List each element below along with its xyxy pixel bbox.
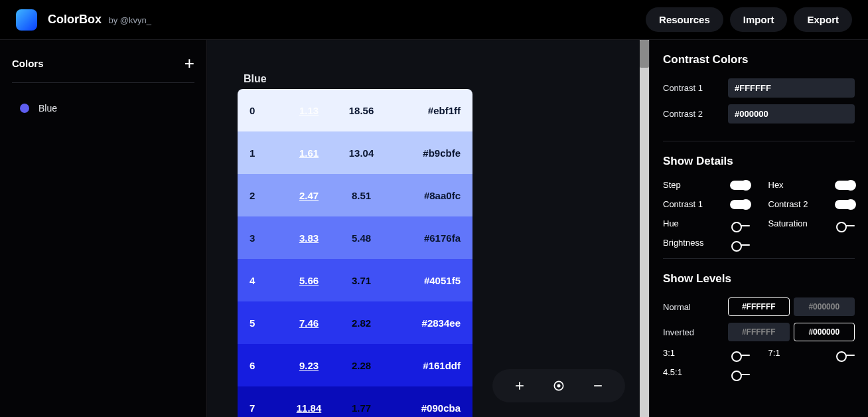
hex-value: #090cba — [388, 402, 461, 414]
import-button[interactable]: Import — [730, 7, 788, 32]
add-color-button[interactable]: + — [184, 54, 194, 72]
contrast-1-label: Contrast 1 — [663, 83, 720, 93]
palette-row[interactable]: 11.6113.04#b9cbfe — [238, 131, 472, 174]
hex-value: #161ddf — [388, 360, 461, 371]
sidebar-item-blue[interactable]: Blue — [12, 99, 194, 118]
palette-row[interactable]: 22.478.51#8aa0fc — [238, 174, 472, 216]
step-value: 5 — [250, 317, 283, 329]
step-value: 2 — [250, 190, 283, 201]
normal-black-button[interactable]: #000000 — [794, 297, 855, 316]
hex-value: #ebf1ff — [388, 105, 461, 116]
contrast2-value: 3.71 — [335, 275, 388, 286]
app-header: ColorBox by @kvyn_ Resources Import Expo… — [0, 0, 868, 40]
color-list: Blue — [12, 99, 194, 118]
contrast-1-input[interactable] — [728, 78, 855, 98]
colors-header: Colors + — [12, 54, 194, 83]
toggle-hue[interactable] — [733, 225, 750, 226]
normal-white-button[interactable]: #FFFFFF — [728, 297, 790, 316]
toggle-ratio[interactable] — [733, 374, 750, 375]
toggle-label: Contrast 2 — [768, 199, 808, 209]
svg-point-3 — [557, 384, 559, 386]
hex-value: #b9cbfe — [388, 147, 461, 159]
step-value: 7 — [250, 402, 283, 414]
scrollbar[interactable] — [640, 40, 649, 417]
palette-row[interactable]: 33.835.48#6176fa — [238, 216, 472, 259]
zoom-out-button[interactable] — [588, 376, 608, 396]
main-canvas[interactable]: Blue 01.1318.56#ebf1ff11.6113.04#b9cbfe2… — [207, 40, 649, 417]
brand-text: ColorBox by @kvyn_ — [48, 13, 151, 27]
inverted-black-button[interactable]: #000000 — [794, 323, 855, 341]
zoom-in-button[interactable] — [510, 376, 530, 396]
inverted-label: Inverted — [663, 327, 720, 337]
toggle-row: Hue — [663, 218, 750, 228]
toggle-label: Brightness — [663, 238, 703, 248]
toggle-contrast-2[interactable] — [835, 200, 855, 209]
toggle-row: Hex — [768, 180, 855, 190]
contrast2-value: 2.28 — [335, 360, 388, 371]
toggle-label: Hue — [663, 218, 679, 228]
contrast2-value: 5.48 — [335, 232, 388, 244]
sidebar-left: Colors + Blue — [0, 40, 207, 417]
palette-row[interactable]: 57.462.82#2834ee — [238, 301, 472, 344]
colors-title: Colors — [12, 58, 44, 69]
hex-value: #8aa0fc — [388, 190, 461, 201]
contrast1-value: 2.47 — [283, 190, 335, 201]
step-value: 6 — [250, 360, 283, 371]
contrast1-value: 11.84 — [283, 402, 335, 414]
toggle-row: Step — [663, 180, 750, 190]
toggle-step[interactable] — [730, 181, 750, 190]
export-button[interactable]: Export — [794, 7, 852, 32]
toggle-label: Contrast 1 — [663, 199, 703, 209]
step-value: 1 — [250, 147, 283, 159]
toggle-grid: StepHexContrast 1Contrast 2HueSaturation… — [663, 180, 855, 248]
toggle-row: Brightness — [663, 238, 750, 248]
toggle-contrast-1[interactable] — [730, 200, 750, 209]
toggle-row: Contrast 1 — [663, 199, 750, 209]
contrast1-value: 5.66 — [283, 275, 335, 286]
contrast-2-input[interactable] — [728, 104, 855, 124]
contrast2-value: 8.51 — [335, 190, 388, 201]
toggle-label: Step — [663, 180, 681, 190]
toggle-row: Saturation — [768, 218, 855, 228]
palette-row[interactable]: 45.663.71#4051f5 — [238, 259, 472, 301]
hex-value: #6176fa — [388, 232, 461, 244]
details-heading: Show Details — [663, 155, 855, 168]
panel-right: Contrast Colors Contrast 1 Contrast 2 Sh… — [649, 40, 868, 417]
toggle-ratio[interactable] — [837, 355, 855, 356]
contrast1-value: 7.46 — [283, 317, 335, 329]
toggle-hex[interactable] — [835, 181, 855, 190]
hex-value: #2834ee — [388, 317, 461, 329]
toggle-row: Contrast 2 — [768, 199, 855, 209]
scrollbar-thumb[interactable] — [640, 40, 649, 68]
contrast1-value: 1.13 — [283, 105, 335, 116]
resources-button[interactable]: Resources — [646, 7, 723, 32]
contrast-2-label: Contrast 2 — [663, 109, 720, 119]
toggle-brightness[interactable] — [733, 244, 750, 246]
palette-row[interactable]: 01.1318.56#ebf1ff — [238, 89, 472, 131]
app-byline: by @kvyn_ — [108, 15, 151, 25]
center-button[interactable] — [549, 376, 569, 396]
ratio-label: 4.5:1 — [663, 367, 682, 377]
ratio-label: 7:1 — [768, 348, 780, 358]
toggle-ratio[interactable] — [733, 355, 750, 356]
palette-row[interactable]: 711.841.77#090cba — [238, 386, 472, 417]
contrast2-value: 2.82 — [335, 317, 388, 329]
contrast2-value: 13.04 — [335, 147, 388, 159]
toggle-row: 3:1 — [663, 348, 750, 358]
palette-row[interactable]: 69.232.28#161ddf — [238, 344, 472, 386]
brand: ColorBox by @kvyn_ — [16, 9, 151, 31]
contrast1-value: 9.23 — [283, 360, 335, 371]
inverted-white-button[interactable]: #FFFFFF — [728, 323, 790, 341]
toggle-label: Saturation — [768, 218, 808, 228]
step-value: 0 — [250, 105, 283, 116]
step-value: 4 — [250, 275, 283, 286]
contrast-section: Contrast Colors Contrast 1 Contrast 2 — [663, 53, 855, 141]
contrast1-value: 1.61 — [283, 147, 335, 159]
toggle-row: 4.5:1 — [663, 367, 750, 377]
toggle-saturation[interactable] — [837, 225, 855, 226]
header-actions: Resources Import Export — [646, 7, 852, 32]
palette-title: Blue — [244, 73, 267, 85]
contrast2-value: 18.56 — [335, 105, 388, 116]
ratio-grid: 3:17:14.5:1 — [663, 348, 855, 377]
toggle-row: 7:1 — [768, 348, 855, 358]
